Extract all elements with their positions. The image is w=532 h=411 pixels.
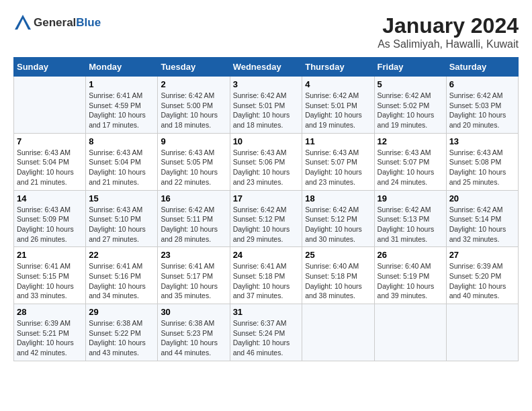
day-info: Sunrise: 6:39 AMSunset: 5:21 PMDaylight:… — [17, 318, 83, 358]
calendar-cell: 21Sunrise: 6:41 AMSunset: 5:15 PMDayligh… — [14, 247, 86, 304]
day-info: Sunrise: 6:42 AMSunset: 5:11 PMDaylight:… — [161, 205, 226, 244]
calendar-cell: 27Sunrise: 6:39 AMSunset: 5:20 PMDayligh… — [446, 247, 518, 304]
day-number: 6 — [449, 79, 515, 89]
calendar-cell — [446, 304, 518, 361]
day-info: Sunrise: 6:42 AMSunset: 5:12 PMDaylight:… — [305, 205, 371, 244]
day-info: Sunrise: 6:43 AMSunset: 5:07 PMDaylight:… — [378, 148, 443, 187]
title-area: January 2024 As Salimiyah, Hawalli, Kuwa… — [378, 13, 519, 50]
calendar-week-row: 1Sunrise: 6:41 AMSunset: 4:59 PMDaylight… — [14, 77, 519, 134]
day-number: 15 — [89, 193, 154, 203]
day-info: Sunrise: 6:41 AMSunset: 5:17 PMDaylight:… — [161, 261, 226, 301]
calendar-cell: 28Sunrise: 6:39 AMSunset: 5:21 PMDayligh… — [14, 304, 86, 361]
day-info: Sunrise: 6:43 AMSunset: 5:05 PMDaylight:… — [161, 148, 226, 187]
day-number: 20 — [449, 193, 515, 203]
day-number: 1 — [89, 79, 154, 89]
day-info: Sunrise: 6:43 AMSunset: 5:04 PMDaylight:… — [89, 148, 154, 187]
day-info: Sunrise: 6:41 AMSunset: 5:16 PMDaylight:… — [89, 261, 154, 301]
calendar-cell: 20Sunrise: 6:42 AMSunset: 5:14 PMDayligh… — [446, 190, 518, 247]
day-info: Sunrise: 6:41 AMSunset: 5:15 PMDaylight:… — [17, 261, 83, 301]
day-info: Sunrise: 6:40 AMSunset: 5:19 PMDaylight:… — [378, 261, 443, 301]
calendar-cell: 19Sunrise: 6:42 AMSunset: 5:13 PMDayligh… — [374, 190, 446, 247]
header-saturday: Saturday — [446, 58, 518, 77]
day-info: Sunrise: 6:42 AMSunset: 5:14 PMDaylight:… — [449, 205, 515, 244]
day-number: 14 — [17, 193, 83, 203]
calendar-cell: 8Sunrise: 6:43 AMSunset: 5:04 PMDaylight… — [86, 133, 158, 190]
day-info: Sunrise: 6:42 AMSunset: 5:12 PMDaylight:… — [233, 205, 300, 244]
calendar-cell: 2Sunrise: 6:42 AMSunset: 5:00 PMDaylight… — [158, 77, 230, 134]
calendar-cell: 17Sunrise: 6:42 AMSunset: 5:12 PMDayligh… — [230, 190, 302, 247]
calendar-cell: 14Sunrise: 6:43 AMSunset: 5:09 PMDayligh… — [14, 190, 86, 247]
day-info: Sunrise: 6:38 AMSunset: 5:23 PMDaylight:… — [161, 318, 226, 358]
logo-general: General — [34, 16, 76, 29]
day-info: Sunrise: 6:43 AMSunset: 5:04 PMDaylight:… — [17, 148, 83, 187]
day-info: Sunrise: 6:40 AMSunset: 5:18 PMDaylight:… — [305, 261, 371, 301]
day-info: Sunrise: 6:43 AMSunset: 5:06 PMDaylight:… — [233, 148, 300, 187]
calendar-week-row: 21Sunrise: 6:41 AMSunset: 5:15 PMDayligh… — [14, 247, 519, 304]
day-info: Sunrise: 6:42 AMSunset: 5:01 PMDaylight:… — [233, 91, 300, 130]
day-info: Sunrise: 6:39 AMSunset: 5:20 PMDaylight:… — [449, 261, 515, 301]
header-wednesday: Wednesday — [230, 58, 302, 77]
day-number: 5 — [378, 79, 443, 89]
calendar-cell: 1Sunrise: 6:41 AMSunset: 4:59 PMDaylight… — [86, 77, 158, 134]
day-info: Sunrise: 6:43 AMSunset: 5:09 PMDaylight:… — [17, 205, 83, 244]
day-number: 28 — [17, 307, 83, 317]
calendar-header-row: SundayMondayTuesdayWednesdayThursdayFrid… — [14, 58, 519, 77]
day-info: Sunrise: 6:43 AMSunset: 5:10 PMDaylight:… — [89, 205, 154, 244]
calendar-cell: 13Sunrise: 6:43 AMSunset: 5:08 PMDayligh… — [446, 133, 518, 190]
day-number: 21 — [17, 250, 83, 260]
calendar-cell: 22Sunrise: 6:41 AMSunset: 5:16 PMDayligh… — [86, 247, 158, 304]
day-number: 30 — [161, 307, 226, 317]
day-info: Sunrise: 6:42 AMSunset: 5:01 PMDaylight:… — [305, 91, 371, 130]
day-info: Sunrise: 6:41 AMSunset: 5:18 PMDaylight:… — [233, 261, 300, 301]
day-number: 19 — [378, 193, 443, 203]
day-number: 12 — [378, 136, 443, 146]
logo-blue: Blue — [76, 16, 101, 29]
calendar-table: SundayMondayTuesdayWednesdayThursdayFrid… — [13, 57, 519, 361]
calendar-cell: 31Sunrise: 6:37 AMSunset: 5:24 PMDayligh… — [230, 304, 302, 361]
day-number: 11 — [305, 136, 371, 146]
day-number: 26 — [378, 250, 443, 260]
calendar-cell: 5Sunrise: 6:42 AMSunset: 5:02 PMDaylight… — [374, 77, 446, 134]
calendar-cell: 30Sunrise: 6:38 AMSunset: 5:23 PMDayligh… — [158, 304, 230, 361]
header-thursday: Thursday — [302, 58, 374, 77]
calendar-cell: 11Sunrise: 6:43 AMSunset: 5:07 PMDayligh… — [302, 133, 374, 190]
calendar-cell: 16Sunrise: 6:42 AMSunset: 5:11 PMDayligh… — [158, 190, 230, 247]
calendar-cell: 9Sunrise: 6:43 AMSunset: 5:05 PMDaylight… — [158, 133, 230, 190]
day-number: 18 — [305, 193, 371, 203]
day-number: 8 — [89, 136, 154, 146]
day-number: 3 — [233, 79, 300, 89]
day-number: 29 — [89, 307, 154, 317]
calendar-cell: 4Sunrise: 6:42 AMSunset: 5:01 PMDaylight… — [302, 77, 374, 134]
calendar-week-row: 7Sunrise: 6:43 AMSunset: 5:04 PMDaylight… — [14, 133, 519, 190]
day-info: Sunrise: 6:42 AMSunset: 5:03 PMDaylight:… — [449, 91, 515, 130]
calendar-cell: 12Sunrise: 6:43 AMSunset: 5:07 PMDayligh… — [374, 133, 446, 190]
calendar-cell: 6Sunrise: 6:42 AMSunset: 5:03 PMDaylight… — [446, 77, 518, 134]
calendar-cell: 25Sunrise: 6:40 AMSunset: 5:18 PMDayligh… — [302, 247, 374, 304]
calendar-cell: 24Sunrise: 6:41 AMSunset: 5:18 PMDayligh… — [230, 247, 302, 304]
calendar-cell: 10Sunrise: 6:43 AMSunset: 5:06 PMDayligh… — [230, 133, 302, 190]
calendar-cell: 29Sunrise: 6:38 AMSunset: 5:22 PMDayligh… — [86, 304, 158, 361]
day-info: Sunrise: 6:38 AMSunset: 5:22 PMDaylight:… — [89, 318, 154, 358]
day-info: Sunrise: 6:37 AMSunset: 5:24 PMDaylight:… — [233, 318, 300, 358]
logo-icon — [13, 13, 32, 32]
calendar-cell — [302, 304, 374, 361]
calendar-cell: 15Sunrise: 6:43 AMSunset: 5:10 PMDayligh… — [86, 190, 158, 247]
header-sunday: Sunday — [14, 58, 86, 77]
day-info: Sunrise: 6:42 AMSunset: 5:13 PMDaylight:… — [378, 205, 443, 244]
header: GeneralBlue January 2024 As Salimiyah, H… — [13, 13, 519, 50]
day-number: 4 — [305, 79, 371, 89]
calendar-week-row: 14Sunrise: 6:43 AMSunset: 5:09 PMDayligh… — [14, 190, 519, 247]
day-number: 7 — [17, 136, 83, 146]
day-number: 13 — [449, 136, 515, 146]
day-number: 10 — [233, 136, 300, 146]
day-info: Sunrise: 6:43 AMSunset: 5:08 PMDaylight:… — [449, 148, 515, 187]
day-number: 25 — [305, 250, 371, 260]
calendar-cell — [14, 77, 86, 134]
calendar-subtitle: As Salimiyah, Hawalli, Kuwait — [378, 38, 519, 50]
day-number: 9 — [161, 136, 226, 146]
calendar-cell: 26Sunrise: 6:40 AMSunset: 5:19 PMDayligh… — [374, 247, 446, 304]
calendar-cell: 7Sunrise: 6:43 AMSunset: 5:04 PMDaylight… — [14, 133, 86, 190]
calendar-cell: 18Sunrise: 6:42 AMSunset: 5:12 PMDayligh… — [302, 190, 374, 247]
day-number: 2 — [161, 79, 226, 89]
day-number: 23 — [161, 250, 226, 260]
